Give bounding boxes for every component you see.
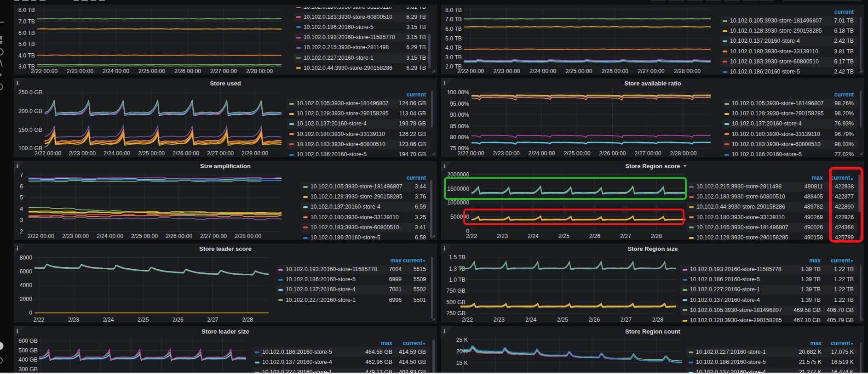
svg-text:Store leader size: Store leader size [201,328,249,335]
svg-text:4.0 TB: 4.0 TB [445,45,462,51]
svg-text:1.0 TB: 1.0 TB [449,277,466,283]
svg-text:2/25 00:00: 2/25 00:00 [138,150,165,157]
svg-text:2/25 00:00: 2/25 00:00 [131,233,158,239]
svg-text:2/23: 2/23 [68,317,79,323]
svg-text:2/22 00:00: 2/22 00:00 [457,68,484,74]
svg-text:2/22 00:00: 2/22 00:00 [34,150,61,157]
svg-text:2/28 00:00: 2/28 00:00 [235,233,261,239]
svg-text:2/22 00:00: 2/22 00:00 [457,150,484,157]
svg-text:95.00%: 95.00% [450,101,469,107]
svg-text:Store available ratio: Store available ratio [624,80,681,87]
svg-text:7.0 TB: 7.0 TB [18,18,35,25]
svg-text:2000: 2000 [20,296,33,302]
svg-text:2/24 00:00: 2/24 00:00 [103,68,129,74]
svg-text:Store Region count: Store Region count [625,328,681,335]
svg-text:8.0 TB: 8.0 TB [18,7,35,13]
svg-text:2/24: 2/24 [528,233,539,239]
svg-text:2/26 00:00: 2/26 00:00 [172,150,199,157]
svg-text:2/24: 2/24 [103,317,114,323]
svg-text:2/27: 2/27 [621,317,632,323]
svg-text:Store used: Store used [210,80,241,87]
svg-text:250 GB: 250 GB [446,310,466,317]
svg-text:3: 3 [20,217,23,223]
svg-text:2/23 00:00: 2/23 00:00 [67,68,93,74]
svg-text:85.00%: 85.00% [450,123,469,130]
svg-text:2/25: 2/25 [558,233,569,239]
svg-text:6.0 TB: 6.0 TB [18,30,35,36]
svg-text:2/22: 2/22 [34,317,45,323]
svg-text:8.0 TB: 8.0 TB [445,7,462,13]
svg-text:4.0 TB: 4.0 TB [18,52,35,59]
svg-text:Store Region score: Store Region score [625,163,680,170]
svg-text:2/27 00:00: 2/27 00:00 [634,150,661,157]
svg-text:2/28: 2/28 [651,233,662,239]
svg-text:2/24 00:00: 2/24 00:00 [529,68,556,74]
svg-text:750 GB: 750 GB [446,288,466,294]
svg-text:Store leader score: Store leader score [199,245,251,252]
svg-text:8000: 8000 [20,255,33,261]
svg-text:80.00%: 80.00% [450,134,469,141]
svg-text:4000: 4000 [20,282,33,289]
svg-text:2/23 00:00: 2/23 00:00 [69,150,96,157]
svg-text:2/27: 2/27 [207,317,218,323]
svg-text:2/24 00:00: 2/24 00:00 [97,233,123,239]
svg-text:1000000: 1000000 [447,199,469,206]
svg-text:100.00%: 100.00% [447,89,469,96]
svg-text:2/28 00:00: 2/28 00:00 [670,150,696,157]
svg-text:4: 4 [20,206,23,212]
svg-text:2/25 00:00: 2/25 00:00 [138,68,165,74]
svg-text:2/24: 2/24 [525,317,536,323]
svg-text:2/26: 2/26 [589,317,600,323]
svg-text:2/28: 2/28 [652,317,663,323]
svg-text:200.0 GB: 200.0 GB [18,108,42,114]
svg-text:15 K: 15 K [456,360,468,366]
svg-text:2/23 00:00: 2/23 00:00 [493,68,520,74]
svg-text:400 GB: 400 GB [18,357,38,363]
svg-text:6.0 TB: 6.0 TB [445,26,462,32]
svg-text:250.0 GB: 250.0 GB [18,89,42,96]
svg-text:2/22 00:00: 2/22 00:00 [28,233,54,239]
svg-text:2/26: 2/26 [589,233,600,239]
svg-text:2/25 00:00: 2/25 00:00 [563,150,590,157]
svg-text:5.0 TB: 5.0 TB [18,41,35,47]
svg-text:2/23 00:00: 2/23 00:00 [493,150,519,157]
svg-text:2/25: 2/25 [557,317,568,323]
svg-text:2: 2 [20,228,23,235]
svg-text:600 GB: 600 GB [18,338,38,344]
svg-text:Size amplification: Size amplification [200,163,251,170]
svg-text:6000: 6000 [20,268,33,275]
svg-text:2/25: 2/25 [138,317,149,323]
svg-text:3.0 TB: 3.0 TB [445,54,462,61]
svg-text:2/28 00:00: 2/28 00:00 [246,68,273,74]
svg-text:5.0 TB: 5.0 TB [445,35,462,42]
svg-text:2/24 00:00: 2/24 00:00 [528,150,555,157]
svg-text:2/27: 2/27 [620,233,631,239]
svg-text:6: 6 [20,183,23,190]
svg-text:7.0 TB: 7.0 TB [445,16,462,23]
svg-text:2/25 00:00: 2/25 00:00 [565,68,592,74]
svg-text:2/23 00:00: 2/23 00:00 [62,233,89,239]
svg-text:150.0 GB: 150.0 GB [18,127,42,133]
svg-text:2/26 00:00: 2/26 00:00 [599,150,626,157]
svg-text:2/23: 2/23 [494,317,505,323]
svg-text:2/26 00:00: 2/26 00:00 [174,68,201,74]
svg-text:1.5 TB: 1.5 TB [449,254,466,261]
svg-text:2/27 00:00: 2/27 00:00 [200,233,227,239]
svg-text:0: 0 [29,310,32,316]
svg-text:5: 5 [20,194,23,201]
svg-text:300 GB: 300 GB [18,366,38,373]
svg-text:2/28 00:00: 2/28 00:00 [674,68,701,74]
svg-text:2/26 00:00: 2/26 00:00 [602,68,628,74]
svg-text:2/26: 2/26 [172,317,184,323]
svg-text:7: 7 [20,172,23,178]
svg-text:2/28: 2/28 [242,317,253,323]
svg-text:90.00%: 90.00% [450,112,469,118]
svg-text:2/23: 2/23 [497,233,508,239]
svg-text:2/24 00:00: 2/24 00:00 [103,150,130,157]
svg-text:2/26 00:00: 2/26 00:00 [166,233,192,239]
svg-text:500 GB: 500 GB [446,299,466,306]
svg-text:2/27 00:00: 2/27 00:00 [638,68,664,74]
svg-text:2/22: 2/22 [466,233,477,239]
svg-text:2/22 00:00: 2/22 00:00 [31,68,57,74]
svg-text:2/28 00:00: 2/28 00:00 [241,150,268,157]
